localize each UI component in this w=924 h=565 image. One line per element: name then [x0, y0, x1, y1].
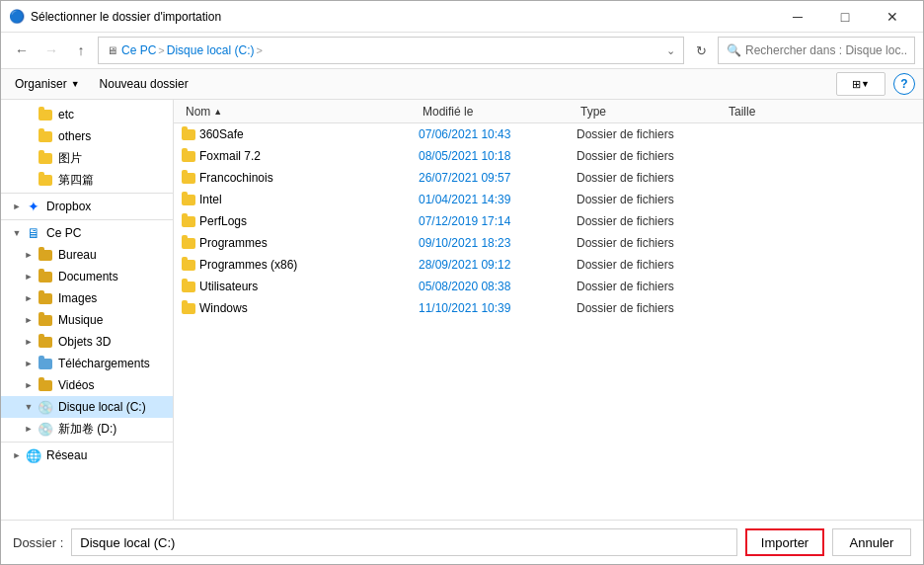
sidebar-item-documents[interactable]: ► Documents	[1, 266, 173, 287]
sidebar-label-cepc: Ce PC	[46, 226, 169, 240]
dropbox-icon: ✦	[25, 199, 42, 214]
col-header-date[interactable]: Modifié le	[419, 102, 577, 121]
folder-icon-360	[182, 129, 195, 140]
search-input[interactable]	[745, 43, 906, 57]
expand-reseau[interactable]: ►	[9, 447, 25, 463]
folder-icon-documents	[37, 269, 54, 284]
expand-musique[interactable]: ►	[21, 312, 37, 328]
file-date-cell: 07/06/2021 10:43	[419, 127, 577, 141]
sidebar-label-images: Images	[58, 291, 169, 305]
sidebar-item-videos[interactable]: ► Vidéos	[1, 374, 173, 396]
folder-label: Dossier :	[13, 535, 63, 550]
sidebar-item-objets3d[interactable]: ► Objets 3D	[1, 331, 173, 353]
col-nom-sort: ▲	[213, 107, 222, 117]
table-row[interactable]: Intel 01/04/2021 14:39 Dossier de fichie…	[174, 189, 923, 210]
file-date-cell: 26/07/2021 09:57	[419, 171, 577, 185]
network-icon: 🌐	[25, 447, 42, 463]
col-type-label: Type	[580, 105, 606, 119]
close-button[interactable]: ✕	[870, 2, 915, 32]
sidebar-item-musique[interactable]: ► Musique	[1, 309, 173, 331]
file-type-cell: Dossier de fichiers	[577, 301, 725, 315]
col-header-nom[interactable]: Nom ▲	[182, 102, 419, 121]
maximize-button[interactable]: □	[822, 2, 868, 32]
breadcrumb-disk[interactable]: Disque local (C:)	[167, 43, 255, 57]
nouveau-dossier-label: Nouveau dossier	[100, 77, 189, 91]
sidebar-item-others[interactable]: others	[1, 125, 173, 147]
sidebar-item-pictures[interactable]: 图片	[1, 147, 173, 169]
expand-pictures	[21, 150, 37, 166]
window-controls: ─ □ ✕	[775, 2, 915, 32]
expand-telechargements[interactable]: ►	[21, 356, 37, 371]
table-row[interactable]: Foxmail 7.2 08/05/2021 10:18 Dossier de …	[174, 145, 923, 167]
address-icon: 🖥	[107, 44, 117, 56]
sidebar-label-reseau: Réseau	[46, 448, 169, 462]
sidebar-item-bureau[interactable]: ► Bureau	[1, 244, 173, 266]
expand-disquec[interactable]: ▼	[21, 399, 37, 415]
sidebar-item-reseau[interactable]: ► 🌐 Réseau	[1, 444, 173, 466]
minimize-button[interactable]: ─	[775, 2, 820, 32]
sidebar-label-forth: 第四篇	[58, 172, 169, 189]
up-button[interactable]: ↑	[68, 38, 94, 63]
sidebar-item-cepc[interactable]: ▼ 🖥 Ce PC	[1, 222, 173, 244]
refresh-button[interactable]: ↻	[688, 38, 714, 63]
table-row[interactable]: 360Safe 07/06/2021 10:43 Dossier de fich…	[174, 123, 923, 145]
sidebar-item-forth[interactable]: 第四篇	[1, 169, 173, 191]
nouveau-dossier-button[interactable]: Nouveau dossier	[94, 74, 194, 94]
file-type-cell: Dossier de fichiers	[577, 214, 725, 228]
folder-input[interactable]	[71, 528, 737, 556]
title-bar: 🔵 Sélectionner le dossier d'importation …	[1, 1, 923, 33]
file-date-cell: 11/10/2021 10:39	[419, 301, 577, 315]
organiser-button[interactable]: Organiser ▼	[9, 74, 86, 94]
expand-videos[interactable]: ►	[21, 377, 37, 393]
annuler-button[interactable]: Annuler	[832, 528, 911, 556]
organiser-arrow: ▼	[71, 79, 80, 89]
help-button[interactable]: ?	[893, 73, 915, 95]
folder-icon-images	[37, 290, 54, 306]
file-name-cell: Intel	[182, 193, 419, 206]
back-button[interactable]: ←	[9, 38, 35, 63]
sidebar-item-etc[interactable]: etc	[1, 104, 173, 125]
folder-icon-musique	[37, 312, 54, 328]
table-row[interactable]: Windows 11/10/2021 10:39 Dossier de fich…	[174, 297, 923, 319]
view-button[interactable]: ⊞ ▼	[836, 72, 886, 96]
expand-documents[interactable]: ►	[21, 269, 37, 284]
folder-icon-forth	[37, 172, 54, 188]
sidebar-item-images[interactable]: ► Images	[1, 287, 173, 309]
table-row[interactable]: Programmes (x86) 28/09/2021 09:12 Dossie…	[174, 254, 923, 276]
breadcrumb-cepc[interactable]: Ce PC	[121, 43, 156, 57]
sidebar-label-objets3d: Objets 3D	[58, 335, 169, 349]
file-name-text: Windows	[199, 301, 248, 315]
table-row[interactable]: Utilisateurs 05/08/2020 08:38 Dossier de…	[174, 276, 923, 297]
expand-cepc[interactable]: ▼	[9, 225, 25, 241]
folder-icon-videos	[37, 377, 54, 393]
breadcrumb-sep1: >	[158, 44, 164, 56]
file-name-cell: Francochinois	[182, 171, 419, 185]
sidebar-label-telechargements: Téléchargements	[58, 357, 169, 370]
forward-button[interactable]: →	[38, 38, 64, 63]
address-bar[interactable]: 🖥 Ce PC > Disque local (C:) > ⌄	[98, 37, 684, 64]
col-header-size[interactable]: Taille	[725, 102, 804, 121]
sidebar-item-diskd[interactable]: ► 💿 新加卷 (D:)	[1, 418, 173, 440]
expand-images[interactable]: ►	[21, 290, 37, 306]
table-row[interactable]: Programmes 09/10/2021 18:23 Dossier de f…	[174, 232, 923, 254]
table-row[interactable]: Francochinois 26/07/2021 09:57 Dossier d…	[174, 167, 923, 189]
col-header-type[interactable]: Type	[577, 102, 725, 121]
table-row[interactable]: PerfLogs 07/12/2019 17:14 Dossier de fic…	[174, 210, 923, 232]
address-dropdown-arrow[interactable]: ⌄	[666, 44, 675, 57]
file-type-cell: Dossier de fichiers	[577, 149, 725, 163]
file-date-cell: 08/05/2021 10:18	[419, 149, 577, 163]
sidebar-item-dropbox[interactable]: ► ✦ Dropbox	[1, 196, 173, 217]
importer-button[interactable]: Importer	[745, 528, 824, 556]
expand-dropbox[interactable]: ►	[9, 199, 25, 214]
sidebar-item-disquec[interactable]: ▼ 💿 Disque local (C:)	[1, 396, 173, 418]
sidebar-label-others: others	[58, 129, 169, 143]
search-bar[interactable]: 🔍	[718, 37, 915, 64]
organiser-label: Organiser	[15, 77, 67, 91]
file-name-cell: Programmes	[182, 236, 419, 250]
expand-objets3d[interactable]: ►	[21, 334, 37, 350]
sidebar-item-telechargements[interactable]: ► Téléchargements	[1, 353, 173, 374]
expand-bureau[interactable]: ►	[21, 247, 37, 263]
breadcrumb-sep2: >	[256, 44, 262, 56]
expand-diskd[interactable]: ►	[21, 421, 37, 437]
search-icon: 🔍	[727, 43, 741, 57]
